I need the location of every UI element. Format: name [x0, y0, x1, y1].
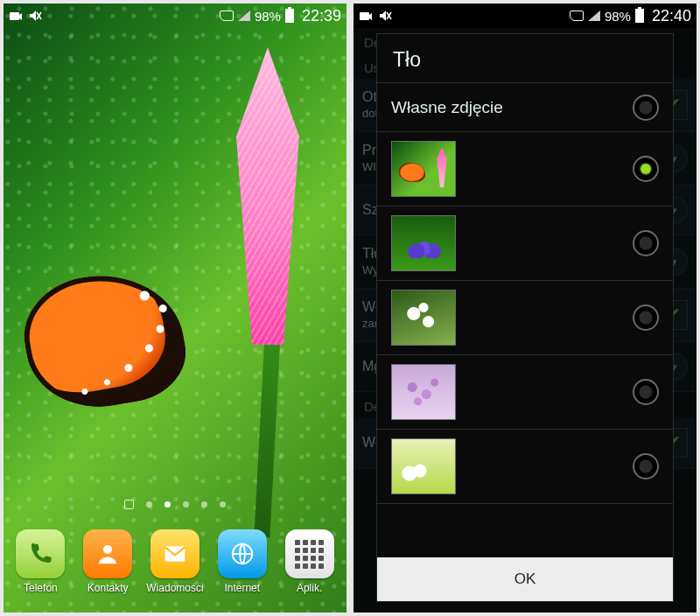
status-bar: 98% 22:40 [354, 4, 696, 28]
thumbnail [391, 438, 456, 494]
app-messages[interactable]: Wiadomości [144, 529, 206, 594]
camera-icon [359, 9, 373, 23]
signal-icon [588, 10, 600, 21]
battery-pct: 98% [255, 9, 281, 24]
radio-button[interactable] [633, 453, 659, 480]
cast-icon [570, 10, 584, 21]
phone-icon [16, 529, 65, 578]
app-label: Wiadomości [146, 582, 203, 594]
thumbnail [391, 141, 456, 197]
phone-home-screen: 98% 22:39 Telefon Kontakty [4, 4, 346, 612]
svg-rect-0 [10, 12, 19, 20]
radio-button[interactable] [633, 94, 659, 121]
clock: 22:40 [652, 7, 691, 25]
home-page-dot[interactable] [124, 500, 134, 509]
page-dot-active[interactable] [164, 501, 171, 508]
battery-icon [285, 9, 294, 23]
dock: Telefon Kontakty Wiadomości Internet Apl… [4, 516, 346, 612]
battery-icon [635, 9, 644, 23]
radio-button[interactable] [633, 379, 659, 405]
page-dot[interactable] [146, 501, 152, 508]
svg-rect-6 [360, 12, 369, 20]
dialog-option-lilac[interactable] [377, 355, 673, 430]
apps-icon [285, 529, 334, 578]
dialog-option-list[interactable]: Własne zdjęcie [377, 82, 673, 557]
thumbnail [391, 290, 456, 346]
svg-rect-4 [165, 546, 186, 562]
globe-icon [218, 529, 267, 578]
radio-button[interactable] [633, 304, 659, 331]
dialog-option-own-photo[interactable]: Własne zdjęcie [377, 83, 673, 132]
page-indicator[interactable] [4, 501, 346, 509]
dialog-option-white-flowers[interactable] [377, 281, 673, 355]
app-label: Kontakty [88, 582, 129, 594]
thumbnail [391, 364, 456, 420]
background-picker-dialog: Tło Własne zdjęcie [376, 33, 674, 602]
dialog-option-crocus[interactable] [377, 206, 673, 281]
app-contacts[interactable]: Kontakty [76, 529, 139, 594]
thumbnail [391, 215, 456, 271]
clock: 22:39 [302, 7, 341, 25]
contacts-icon [83, 529, 132, 578]
svg-point-3 [103, 545, 112, 554]
option-label: Własne zdjęcie [391, 98, 503, 117]
dialog-option-plumeria[interactable] [377, 430, 673, 504]
camera-icon [9, 9, 23, 23]
mute-icon [28, 9, 42, 23]
ok-button[interactable]: OK [377, 557, 673, 601]
app-drawer[interactable]: Aplik. [278, 529, 341, 594]
radio-button[interactable] [633, 230, 659, 256]
dialog-title: Tło [377, 34, 673, 82]
battery-pct: 98% [605, 9, 631, 24]
page-dot[interactable] [201, 501, 207, 508]
signal-icon [238, 10, 250, 21]
app-label: Aplik. [297, 582, 322, 594]
cast-icon [220, 10, 234, 21]
radio-button-selected[interactable] [633, 156, 659, 182]
app-phone[interactable]: Telefon [9, 529, 72, 594]
status-bar: 98% 22:39 [4, 4, 346, 28]
mute-icon [378, 9, 392, 23]
app-label: Telefon [24, 582, 58, 594]
messages-icon [150, 529, 200, 578]
app-internet[interactable]: Internet [211, 529, 274, 594]
page-dot[interactable] [183, 501, 189, 508]
page-dot[interactable] [220, 501, 226, 508]
dialog-option-butterfly[interactable] [377, 132, 673, 206]
phone-settings-screen: 98% 22:40 Deszcz Ustawien Otwdotk ✔ Prze… [354, 4, 696, 612]
app-label: Internet [224, 582, 260, 594]
